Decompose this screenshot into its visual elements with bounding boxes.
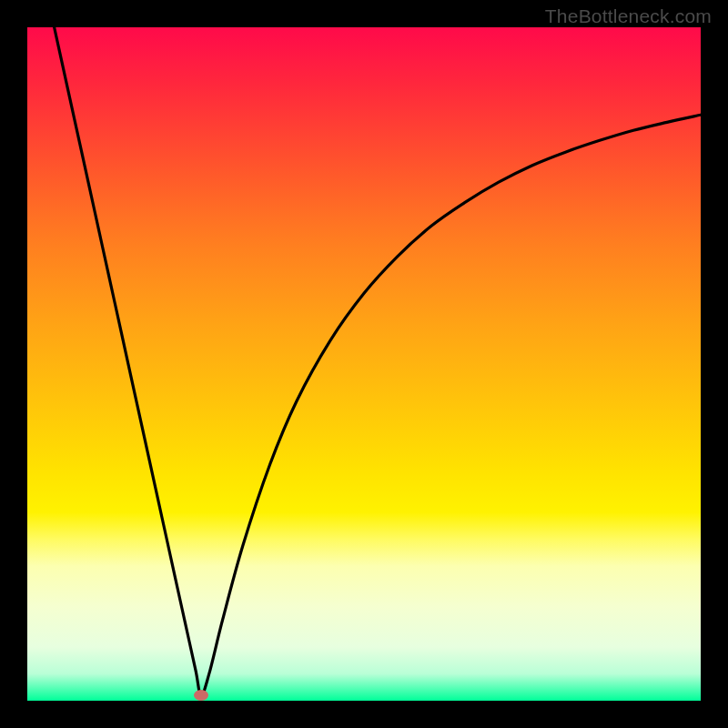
chart-frame: TheBottleneck.com — [0, 0, 728, 728]
curve-svg — [27, 27, 701, 701]
plot-area — [27, 27, 701, 701]
bottleneck-curve — [55, 27, 701, 695]
watermark-text: TheBottleneck.com — [545, 5, 712, 27]
minimum-marker — [194, 690, 208, 701]
